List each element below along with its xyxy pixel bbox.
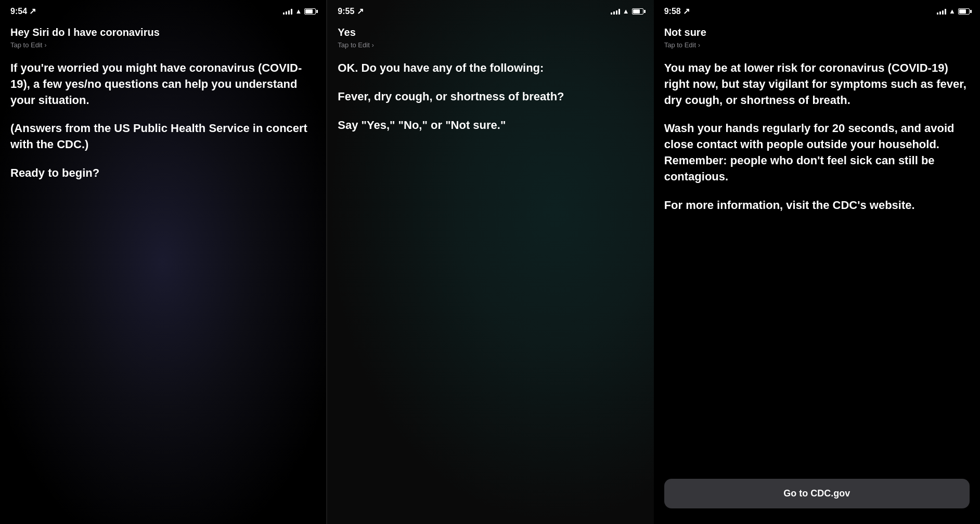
battery-fill-1 bbox=[305, 9, 313, 14]
status-icons-2: ▲ bbox=[611, 7, 643, 15]
wifi-icon-2: ▲ bbox=[623, 7, 629, 15]
battery-fill-3 bbox=[959, 9, 966, 14]
signal-bar bbox=[942, 10, 944, 15]
status-bar-1: 9:54 ↗ ▲ bbox=[0, 0, 326, 20]
tap-to-edit-label-3: Tap to Edit bbox=[664, 41, 696, 49]
user-query-2: Yes bbox=[338, 25, 643, 39]
status-icons-1: ▲ bbox=[283, 7, 316, 15]
signal-bar bbox=[616, 10, 617, 15]
battery-fill-2 bbox=[633, 9, 640, 14]
tap-to-edit-label-2: Tap to Edit bbox=[338, 41, 369, 49]
status-icons-3: ▲ bbox=[937, 7, 970, 15]
status-time-3: 9:58 ↗ bbox=[664, 6, 690, 16]
tap-to-edit-3[interactable]: Tap to Edit › bbox=[664, 41, 970, 49]
status-time-1: 9:54 ↗ bbox=[10, 6, 36, 16]
chevron-icon-3: › bbox=[698, 42, 700, 49]
status-time-2: 9:55 ↗ bbox=[338, 6, 363, 16]
content-area-1: Hey Siri do I have coronavirus Tap to Ed… bbox=[0, 20, 326, 192]
tap-to-edit-2[interactable]: Tap to Edit › bbox=[338, 41, 643, 49]
response-para-1-1: (Answers from the US Public Health Servi… bbox=[10, 121, 316, 153]
user-query-3: Not sure bbox=[664, 25, 970, 39]
tap-to-edit-label-1: Tap to Edit bbox=[10, 41, 42, 49]
status-bar-2: 9:55 ↗ ▲ bbox=[327, 0, 653, 20]
signal-bar bbox=[291, 9, 292, 15]
phone-screen-2: 9:55 ↗ ▲ Yes Tap to Edit › OK. Do you ha… bbox=[327, 0, 653, 524]
signal-bars-1 bbox=[283, 8, 292, 15]
tap-to-edit-1[interactable]: Tap to Edit › bbox=[10, 41, 316, 49]
signal-bar bbox=[613, 11, 615, 15]
signal-bar bbox=[288, 10, 290, 15]
signal-bars-2 bbox=[611, 8, 620, 15]
content-area-3: Not sure Tap to Edit › You may be at low… bbox=[654, 20, 980, 224]
signal-bar bbox=[945, 9, 946, 15]
content-area-2: Yes Tap to Edit › OK. Do you have any of… bbox=[327, 20, 653, 143]
response-para-3-1: Wash your hands regularly for 20 seconds… bbox=[664, 121, 970, 185]
response-para-2-1: Fever, dry cough, or shortness of breath… bbox=[338, 89, 643, 105]
battery-icon-2 bbox=[632, 8, 643, 15]
response-para-1-2: Ready to begin? bbox=[10, 165, 316, 181]
status-bar-3: 9:58 ↗ ▲ bbox=[654, 0, 980, 20]
signal-bar bbox=[286, 11, 287, 15]
signal-bar bbox=[611, 12, 612, 15]
chevron-icon-1: › bbox=[44, 42, 46, 49]
signal-bar bbox=[937, 12, 938, 15]
response-para-3-0: You may be at lower risk for coronavirus… bbox=[664, 60, 970, 108]
response-para-2-2: Say "Yes," "No," or "Not sure." bbox=[338, 117, 643, 134]
response-para-1-0: If you're worried you might have coronav… bbox=[10, 60, 316, 108]
signal-bar bbox=[939, 11, 941, 15]
siri-response-1: If you're worried you might have coronav… bbox=[10, 60, 316, 181]
siri-response-3: You may be at lower risk for coronavirus… bbox=[664, 60, 970, 213]
cdc-button[interactable]: Go to CDC.gov bbox=[664, 479, 970, 508]
wifi-icon-3: ▲ bbox=[949, 7, 956, 15]
signal-bar bbox=[283, 12, 285, 15]
battery-icon-1 bbox=[304, 8, 316, 15]
response-para-2-0: OK. Do you have any of the following: bbox=[338, 60, 643, 76]
user-query-1: Hey Siri do I have coronavirus bbox=[10, 25, 316, 39]
wifi-icon-1: ▲ bbox=[295, 7, 302, 15]
siri-response-2: OK. Do you have any of the following: Fe… bbox=[338, 60, 643, 133]
phone-screen-3: 9:58 ↗ ▲ Not sure Tap to Edit › You may … bbox=[654, 0, 980, 524]
chevron-icon-2: › bbox=[372, 42, 374, 49]
signal-bar bbox=[618, 9, 620, 15]
battery-icon-3 bbox=[958, 8, 970, 15]
response-para-3-2: For more information, visit the CDC's we… bbox=[664, 198, 970, 214]
phone-screen-1: 9:54 ↗ ▲ Hey Siri do I have coronavirus … bbox=[0, 0, 327, 524]
signal-bars-3 bbox=[937, 8, 946, 15]
